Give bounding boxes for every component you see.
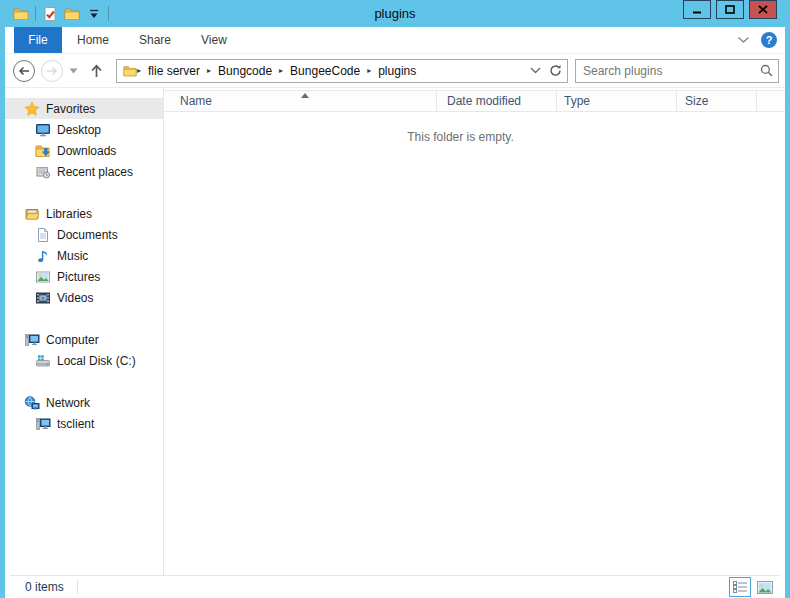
music-icon: [35, 248, 51, 264]
sidebar-section-computer[interactable]: Computer: [5, 329, 163, 350]
sidebar-item-recent-places[interactable]: Recent places: [5, 161, 163, 182]
up-button[interactable]: [90, 64, 103, 78]
network-icon: [24, 395, 40, 411]
sidebar-item-desktop[interactable]: Desktop: [5, 119, 163, 140]
details-view-icon: [733, 581, 747, 593]
details-view-button[interactable]: [729, 577, 751, 597]
computer-icon: [35, 416, 51, 432]
breadcrumb-item-bungcode[interactable]: Bungcode: [211, 64, 279, 78]
sidebar-section-label: Libraries: [46, 207, 92, 221]
status-bar: 0 items: [10, 575, 780, 598]
libraries-icon: [24, 206, 40, 222]
sidebar-section-favorites[interactable]: Favorites: [5, 98, 163, 119]
search-input[interactable]: [576, 64, 754, 78]
document-icon: [35, 227, 51, 243]
breadcrumb-item-flie-server[interactable]: flie server: [141, 64, 207, 78]
empty-folder-message: This folder is empty.: [164, 130, 757, 144]
explorer-window: plugins File Home Share View ?: [0, 0, 790, 598]
breadcrumb-item-plugins[interactable]: plugins: [371, 64, 423, 78]
column-header-date-modified[interactable]: Date modified: [437, 91, 557, 111]
navigation-toolbar: ▸ flie server ▸ Bungcode ▸ BungeeCode ▸ …: [5, 54, 785, 88]
ribbon-tab-bar: File Home Share View ?: [5, 27, 785, 54]
tab-file[interactable]: File: [14, 27, 62, 53]
downloads-icon: [35, 143, 51, 159]
qat-separator: [108, 6, 109, 21]
ribbon-collapse-chevron-down-icon[interactable]: [737, 36, 750, 44]
sidebar-item-label: Local Disk (C:): [57, 354, 136, 368]
minimize-button[interactable]: [683, 0, 711, 19]
sidebar-item-label: Downloads: [57, 144, 116, 158]
sidebar-item-music[interactable]: Music: [5, 245, 163, 266]
main-area: Favorites Desktop Downloads Recent place…: [5, 88, 785, 575]
sidebar-item-videos[interactable]: Videos: [5, 287, 163, 308]
maximize-button[interactable]: [716, 0, 744, 19]
new-folder-icon[interactable]: [61, 3, 83, 25]
column-header-row: Name Date modified Type Size: [164, 90, 785, 112]
quick-access-toolbar: [5, 3, 112, 25]
file-list-area: Name Date modified Type Size This folder…: [164, 88, 785, 575]
videos-icon: [35, 290, 51, 306]
pictures-icon: [35, 269, 51, 285]
sort-ascending-arrow-icon: [301, 93, 309, 98]
sidebar-item-local-disk-c[interactable]: Local Disk (C:): [5, 350, 163, 371]
sidebar-item-label: tsclient: [57, 417, 94, 431]
recent-places-icon: [35, 164, 51, 180]
tab-home[interactable]: Home: [62, 27, 124, 53]
computer-icon: [24, 332, 40, 348]
qat-separator: [35, 6, 36, 21]
column-header-type[interactable]: Type: [557, 91, 677, 111]
qat-customize-dropdown-icon[interactable]: [83, 3, 105, 25]
navigation-pane: Favorites Desktop Downloads Recent place…: [5, 88, 164, 575]
back-button[interactable]: [13, 60, 35, 82]
titlebar: plugins: [5, 0, 785, 27]
status-separator: [77, 580, 78, 594]
sidebar-item-label: Music: [57, 249, 88, 263]
close-button[interactable]: [749, 0, 777, 19]
search-box: [575, 59, 779, 83]
sidebar-item-pictures[interactable]: Pictures: [5, 266, 163, 287]
thumbnails-view-button[interactable]: [754, 577, 776, 597]
sidebar-item-label: Recent places: [57, 165, 133, 179]
sidebar-section-label: Favorites: [46, 102, 95, 116]
column-header-size[interactable]: Size: [677, 91, 757, 111]
sidebar-item-documents[interactable]: Documents: [5, 224, 163, 245]
tab-view[interactable]: View: [186, 27, 242, 53]
sidebar-section-network[interactable]: Network: [5, 392, 163, 413]
window-title: plugins: [5, 6, 785, 21]
thumbnails-view-icon: [757, 581, 773, 594]
properties-check-icon[interactable]: [39, 3, 61, 25]
items-count: 0 items: [10, 580, 64, 594]
sidebar-item-label: Pictures: [57, 270, 100, 284]
app-folder-icon[interactable]: [10, 3, 32, 25]
desktop-icon: [35, 122, 51, 138]
disk-icon: [35, 353, 51, 369]
forward-button[interactable]: [41, 60, 63, 82]
address-bar[interactable]: ▸ flie server ▸ Bungcode ▸ BungeeCode ▸ …: [116, 59, 568, 83]
sidebar-section-label: Network: [46, 396, 90, 410]
tab-share[interactable]: Share: [124, 27, 186, 53]
sidebar-item-tsclient[interactable]: tsclient: [5, 413, 163, 434]
sidebar-section-label: Computer: [46, 333, 99, 347]
recent-locations-dropdown-icon[interactable]: [69, 68, 78, 74]
sidebar-item-label: Desktop: [57, 123, 101, 137]
sidebar-item-label: Videos: [57, 291, 93, 305]
refresh-icon[interactable]: [545, 60, 565, 82]
window-controls: [683, 0, 777, 19]
address-dropdown-chevron-down-icon[interactable]: [525, 60, 545, 82]
sidebar-item-downloads[interactable]: Downloads: [5, 140, 163, 161]
breadcrumb-item-bungeecode[interactable]: BungeeCode: [283, 64, 367, 78]
sidebar-section-libraries[interactable]: Libraries: [5, 203, 163, 224]
star-icon: [24, 101, 40, 117]
search-icon[interactable]: [754, 64, 778, 77]
help-button[interactable]: ?: [761, 32, 777, 48]
address-folder-icon: [123, 64, 137, 78]
sidebar-item-label: Documents: [57, 228, 118, 242]
